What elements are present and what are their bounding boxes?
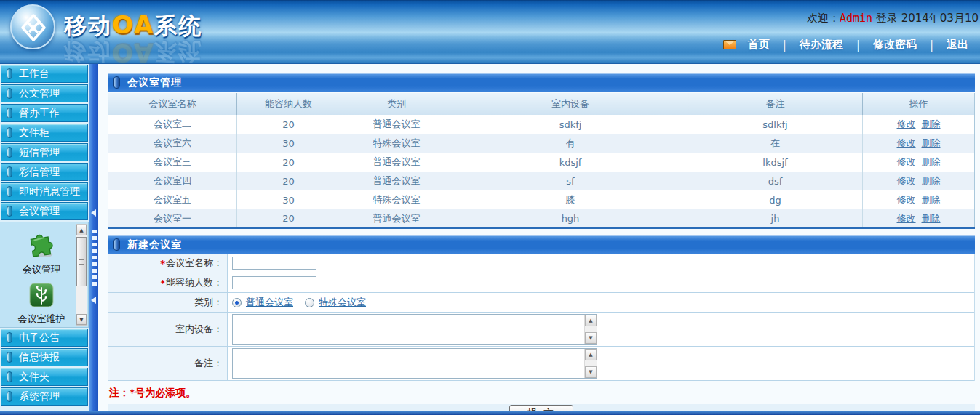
sidebar-item-system-management[interactable]: 系统管理 bbox=[1, 387, 88, 406]
radio-normal-room[interactable] bbox=[232, 298, 242, 307]
rooms-panel-title: 会议室管理 bbox=[127, 76, 182, 89]
menu-pill-icon bbox=[7, 186, 12, 197]
col-type: 类别 bbox=[340, 93, 453, 115]
capacity-input[interactable] bbox=[232, 276, 316, 289]
scroll-down-icon[interactable]: ▼ bbox=[585, 366, 597, 378]
scrollbar-thumb[interactable] bbox=[76, 237, 87, 286]
sidebar-item-mms[interactable]: 彩信管理 bbox=[1, 163, 88, 181]
radio-special-room-label[interactable]: 特殊会议室 bbox=[319, 296, 366, 309]
radio-special-room[interactable] bbox=[305, 298, 314, 307]
module-panel-scrollbar[interactable]: ▲ ▼ bbox=[76, 224, 87, 326]
menu-pill-icon bbox=[7, 108, 12, 118]
title-system: 系统 bbox=[154, 12, 202, 39]
menu-pill-icon bbox=[7, 352, 12, 363]
scroll-up-icon[interactable]: ▲ bbox=[585, 315, 597, 326]
sidebar-item-e-bulletin[interactable]: 电子公告 bbox=[1, 329, 88, 347]
sidebar-item-workbench[interactable]: 工作台 bbox=[1, 65, 88, 83]
module-label: 会议管理 bbox=[13, 263, 70, 276]
delete-link[interactable]: 删除 bbox=[922, 118, 941, 129]
new-room-form: *会议室名称： *能容纳人数： 类别： 普通会议室 特殊会议室 室内设备： bbox=[108, 254, 975, 381]
sidebar-item-sms[interactable]: 短信管理 bbox=[1, 143, 88, 161]
sidebar-item-instant-message[interactable]: 即时消息管理 bbox=[1, 182, 88, 201]
textarea-scrollbar[interactable]: ▲▼ bbox=[584, 315, 597, 344]
menu-pill-icon bbox=[7, 147, 12, 158]
logo-glyph bbox=[19, 13, 48, 42]
scroll-up-icon[interactable]: ▲ bbox=[76, 225, 87, 235]
sidebar-item-file-cabinet[interactable]: 文件柜 bbox=[1, 124, 88, 142]
sidebar-item-documents[interactable]: 公文管理 bbox=[1, 84, 88, 102]
nav-logout[interactable]: 退出 bbox=[947, 38, 968, 52]
edit-link[interactable]: 修改 bbox=[897, 194, 916, 205]
nav-separator: | bbox=[783, 39, 786, 52]
nav-separator: | bbox=[856, 39, 860, 52]
title-oa: OA bbox=[112, 10, 154, 39]
top-nav: 首页 | 待办流程 | 修改密码 | 退出 bbox=[723, 38, 976, 52]
textarea-scrollbar[interactable]: ▲▼ bbox=[584, 349, 597, 378]
nav-separator: | bbox=[930, 39, 933, 52]
delete-link[interactable]: 删除 bbox=[922, 194, 941, 205]
delete-link[interactable]: 删除 bbox=[922, 213, 941, 224]
required-asterisk: * bbox=[160, 258, 165, 269]
edit-link[interactable]: 修改 bbox=[897, 175, 916, 186]
note-textarea[interactable] bbox=[233, 349, 584, 378]
nav-pending-flows[interactable]: 待办流程 bbox=[800, 38, 843, 52]
app-title-reflection: 移动OA系统 bbox=[64, 36, 202, 68]
module-meeting-management[interactable]: 会议管理 bbox=[13, 230, 70, 276]
welcome-login-word: 登录 bbox=[876, 12, 898, 25]
delete-link[interactable]: 删除 bbox=[922, 137, 941, 148]
splitter-grip bbox=[92, 230, 97, 289]
required-note: 注：*号为必添项。 bbox=[108, 381, 975, 404]
edit-link[interactable]: 修改 bbox=[897, 118, 916, 129]
welcome-line: 欢迎：Admin 登录 2014年03月10 bbox=[807, 12, 979, 25]
sidebar-item-info-express[interactable]: 信息快报 bbox=[1, 348, 88, 366]
equipment-textarea[interactable] bbox=[233, 315, 584, 344]
menu-pill-icon bbox=[7, 166, 12, 177]
col-actions: 操作 bbox=[863, 93, 975, 115]
required-asterisk: * bbox=[160, 278, 165, 289]
welcome-date: 2014年03月10 bbox=[901, 12, 979, 25]
menu-pill-icon bbox=[7, 371, 12, 382]
radio-normal-room-label[interactable]: 普通会议室 bbox=[246, 296, 293, 309]
edit-link[interactable]: 修改 bbox=[897, 137, 916, 148]
panel-pill-icon bbox=[113, 76, 120, 89]
sidebar-splitter[interactable] bbox=[89, 64, 98, 411]
china-mobile-logo bbox=[10, 4, 55, 49]
app-window: 移动OA系统 移动OA系统 欢迎：Admin 登录 2014年03月10 首页 … bbox=[0, 0, 980, 415]
welcome-username: Admin bbox=[840, 12, 872, 25]
nav-change-password[interactable]: 修改密码 bbox=[873, 38, 917, 52]
col-capacity: 能容纳人数 bbox=[237, 93, 340, 115]
form-row-equipment: 室内设备： ▲▼ bbox=[108, 313, 974, 347]
edit-link[interactable]: 修改 bbox=[897, 156, 916, 167]
table-row: 会议室二 20 普通会议室 sdkfj sdlkfj 修改删除 bbox=[108, 115, 975, 134]
collapse-arrow-icon[interactable] bbox=[91, 209, 96, 217]
menu-pill-icon bbox=[7, 127, 12, 138]
delete-link[interactable]: 删除 bbox=[922, 175, 941, 186]
room-name-label: 会议室名称： bbox=[166, 257, 223, 270]
sidebar: 工作台 公文管理 督办工作 文件柜 短信管理 彩信管理 即时消息管理 会议管理 … bbox=[0, 64, 89, 411]
menu-pill-icon bbox=[7, 206, 12, 217]
sidebar-item-folder[interactable]: 文件夹 bbox=[1, 368, 88, 386]
table-row: 会议室三 20 普通会议室 kdsjf lkdsjf 修改删除 bbox=[108, 153, 975, 172]
collapse-arrow-icon[interactable] bbox=[91, 297, 96, 304]
delete-link[interactable]: 删除 bbox=[922, 156, 941, 167]
module-meeting-room-maintenance[interactable]: 会议室维护 bbox=[13, 282, 70, 326]
type-label: 类别： bbox=[194, 296, 223, 309]
rooms-panel-header: 会议室管理 bbox=[108, 73, 975, 92]
sidebar-item-supervision[interactable]: 督办工作 bbox=[1, 104, 88, 122]
col-equipment: 室内设备 bbox=[453, 93, 688, 115]
module-label: 会议室维护 bbox=[13, 313, 70, 326]
equipment-label: 室内设备： bbox=[175, 323, 223, 336]
room-name-input[interactable] bbox=[232, 257, 316, 270]
menu-pill-icon bbox=[7, 88, 12, 99]
menu-pill-icon bbox=[7, 391, 12, 402]
scroll-down-icon[interactable]: ▼ bbox=[76, 314, 87, 325]
new-room-panel-title: 新建会议室 bbox=[127, 238, 182, 251]
edit-link[interactable]: 修改 bbox=[897, 213, 916, 224]
scroll-up-icon[interactable]: ▲ bbox=[585, 349, 597, 360]
sidebar-item-meeting-management[interactable]: 会议管理 bbox=[1, 202, 88, 220]
scroll-down-icon[interactable]: ▼ bbox=[585, 332, 597, 344]
col-room-name: 会议室名称 bbox=[108, 93, 237, 115]
nav-home[interactable]: 首页 bbox=[748, 38, 770, 52]
note-label: 备注： bbox=[194, 357, 223, 370]
puzzle-icon bbox=[26, 230, 57, 259]
